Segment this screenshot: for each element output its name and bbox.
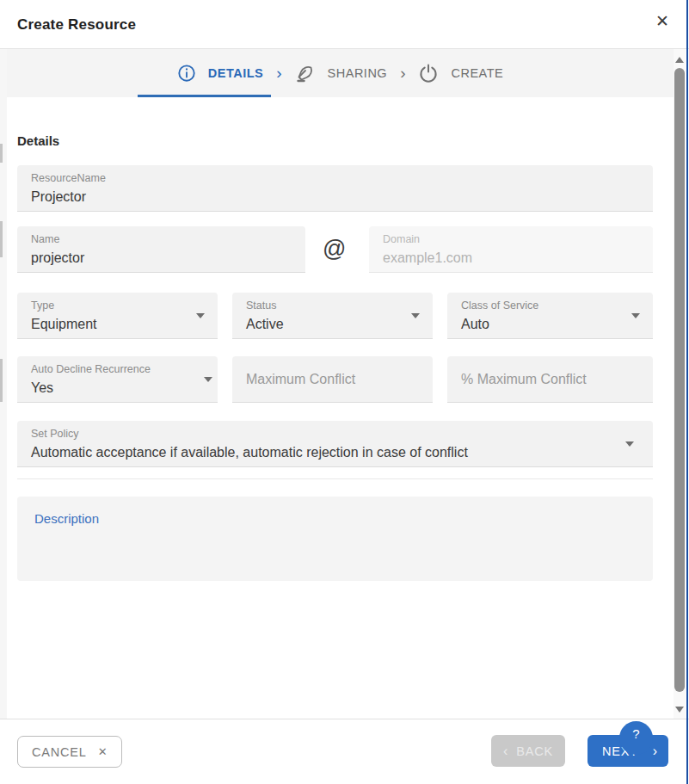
class-of-service-label: Class of Service bbox=[461, 299, 639, 312]
help-button-label: ? bbox=[632, 726, 639, 741]
dialog-title: Create Resource bbox=[17, 0, 136, 49]
chevron-right-icon: › bbox=[400, 65, 405, 81]
close-icon: ✕ bbox=[98, 745, 108, 758]
resource-name-value: Projector bbox=[31, 189, 639, 205]
scroll-up-arrow-icon[interactable] bbox=[675, 57, 684, 63]
domain-placeholder: example1.com bbox=[383, 250, 639, 266]
auto-decline-recurrence-label: Auto Decline Recurrence bbox=[31, 363, 204, 376]
back-button-label: BACK bbox=[516, 744, 553, 758]
scroll-down-arrow-icon[interactable] bbox=[675, 707, 684, 713]
tab-create[interactable]: CREATE bbox=[418, 63, 503, 83]
set-policy-dropdown[interactable]: Set Policy Automatic acceptance if avail… bbox=[17, 421, 653, 467]
tab-create-label: CREATE bbox=[451, 66, 503, 80]
name-label: Name bbox=[31, 233, 292, 246]
percent-maximum-conflict-placeholder: % Maximum Conflict bbox=[461, 372, 587, 387]
background-page-sliver bbox=[0, 49, 7, 719]
chevron-down-icon bbox=[411, 313, 420, 318]
create-resource-dialog: Create Resource ✕ DETAILS › bbox=[0, 0, 689, 784]
chevron-down-icon bbox=[631, 313, 640, 318]
status-label: Status bbox=[246, 299, 419, 312]
name-value: projector bbox=[31, 250, 292, 266]
active-tab-underline bbox=[138, 95, 271, 97]
info-icon bbox=[177, 64, 196, 83]
auto-decline-recurrence-dropdown[interactable]: Auto Decline Recurrence Yes bbox=[17, 356, 218, 403]
tab-details[interactable]: DETAILS bbox=[177, 64, 263, 83]
pen-icon bbox=[295, 63, 316, 83]
close-icon[interactable]: ✕ bbox=[655, 13, 669, 29]
type-value: Equipment bbox=[31, 317, 204, 332]
class-of-service-value: Auto bbox=[461, 317, 639, 332]
cancel-button-label: CANCEL bbox=[32, 745, 87, 759]
name-field[interactable]: Name projector bbox=[17, 226, 305, 273]
chevron-left-icon: ‹ bbox=[503, 744, 508, 758]
type-label: Type bbox=[31, 299, 204, 312]
scrollbar-thumb[interactable] bbox=[674, 68, 685, 692]
resource-name-label: ResourceName bbox=[31, 172, 639, 185]
section-title: Details bbox=[17, 133, 59, 148]
wizard-stepper: DETAILS › SHARING › CREATE bbox=[7, 49, 674, 97]
tab-sharing[interactable]: SHARING bbox=[295, 63, 388, 83]
status-dropdown[interactable]: Status Active bbox=[232, 293, 433, 339]
power-icon bbox=[418, 63, 439, 83]
vertical-scrollbar[interactable] bbox=[674, 49, 686, 719]
section-divider bbox=[17, 478, 653, 479]
domain-label: Domain bbox=[383, 233, 639, 246]
set-policy-value: Automatic acceptance if available, autom… bbox=[31, 445, 639, 460]
background-artifact bbox=[0, 144, 3, 163]
background-artifact bbox=[0, 359, 3, 402]
window-edge bbox=[686, 0, 688, 784]
auto-decline-recurrence-value: Yes bbox=[31, 380, 204, 396]
chevron-down-icon bbox=[625, 441, 634, 447]
maximum-conflict-placeholder: Maximum Conflict bbox=[246, 372, 355, 387]
chevron-right-icon: › bbox=[653, 744, 658, 758]
chevron-down-icon bbox=[204, 377, 212, 382]
dialog-footer: CANCEL ✕ ‹ BACK NEXT › ? bbox=[0, 719, 689, 784]
status-value: Active bbox=[246, 317, 419, 332]
at-symbol: @ bbox=[323, 236, 346, 262]
type-dropdown[interactable]: Type Equipment bbox=[17, 293, 218, 339]
chevron-right-icon: › bbox=[276, 65, 281, 81]
class-of-service-dropdown[interactable]: Class of Service Auto bbox=[447, 293, 653, 339]
maximum-conflict-field[interactable]: Maximum Conflict bbox=[232, 356, 433, 403]
background-artifact bbox=[0, 221, 3, 257]
tab-sharing-label: SHARING bbox=[328, 66, 388, 80]
percent-maximum-conflict-field[interactable]: % Maximum Conflict bbox=[447, 356, 653, 403]
help-button[interactable]: ? bbox=[619, 721, 653, 755]
dialog-header: Create Resource ✕ bbox=[0, 0, 689, 49]
set-policy-label: Set Policy bbox=[31, 428, 639, 441]
chevron-down-icon bbox=[196, 313, 205, 318]
domain-field[interactable]: Domain example1.com bbox=[369, 226, 653, 273]
resource-name-field[interactable]: ResourceName Projector bbox=[17, 165, 653, 212]
back-button[interactable]: ‹ BACK bbox=[491, 735, 565, 767]
description-textarea[interactable]: Description bbox=[17, 497, 653, 581]
cancel-button[interactable]: CANCEL ✕ bbox=[17, 736, 122, 768]
tab-details-label: DETAILS bbox=[208, 66, 263, 80]
description-placeholder: Description bbox=[34, 511, 636, 526]
